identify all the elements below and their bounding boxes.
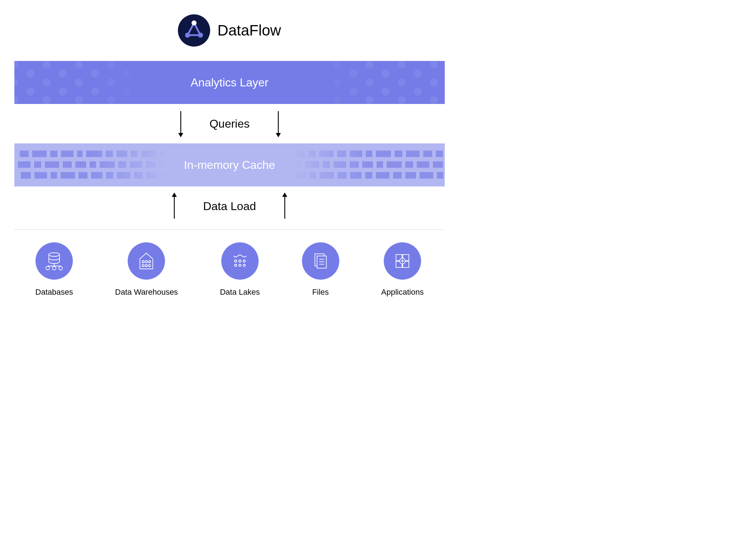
svg-rect-56 [51,172,57,179]
svg-point-90 [145,265,147,267]
svg-rect-69 [350,172,362,179]
svg-point-84 [52,266,56,270]
svg-rect-45 [323,161,330,168]
svg-rect-58 [79,172,88,179]
svg-rect-63 [146,172,157,179]
svg-rect-54 [21,172,31,179]
svg-rect-30 [423,151,432,157]
svg-rect-46 [334,161,346,168]
svg-rect-34 [45,161,59,168]
svg-rect-12 [50,151,57,157]
svg-rect-11 [32,151,47,157]
svg-marker-9 [276,133,281,137]
svg-rect-53 [433,161,443,168]
queries-label: Queries [209,117,250,130]
svg-point-93 [239,260,241,262]
svg-marker-79 [282,193,287,197]
svg-rect-10 [20,151,29,157]
svg-rect-48 [362,161,373,168]
svg-rect-61 [117,172,131,179]
svg-point-96 [239,264,241,266]
svg-marker-7 [178,133,183,137]
svg-marker-77 [172,193,177,197]
diagram-header: DataFlow [178,14,281,47]
svg-rect-19 [142,151,156,157]
svg-rect-15 [86,151,102,157]
source-applications: Applications [381,242,424,297]
svg-rect-17 [117,151,127,157]
architecture-diagram: DataFlow Analytics Layer Queries [14,14,445,297]
datalake-icon [221,242,259,280]
svg-rect-50 [387,161,402,168]
svg-rect-28 [395,151,402,157]
source-warehouses: Data Warehouses [115,242,178,297]
queries-flow: Queries [14,104,445,143]
svg-rect-44 [305,161,319,168]
svg-point-87 [145,261,147,263]
svg-rect-59 [91,172,103,179]
svg-point-95 [235,264,237,266]
svg-rect-47 [350,161,359,168]
svg-rect-75 [437,172,443,179]
source-label: Data Warehouses [115,288,178,297]
arrow-up-icon [281,192,288,220]
data-sources-row: Databases Data Warehouses Data Lakes [14,242,445,297]
svg-point-89 [142,265,144,267]
arrow-up-icon [171,192,178,220]
arrow-down-icon [177,109,184,138]
svg-rect-73 [405,172,416,179]
svg-rect-16 [106,151,113,157]
svg-rect-62 [134,172,143,179]
svg-rect-49 [377,161,383,168]
svg-rect-13 [61,151,74,157]
source-label: Data Lakes [220,288,260,297]
dataload-flow: Data Load [14,186,445,226]
svg-point-94 [243,260,245,262]
analytics-layer-label: Analytics Layer [191,76,269,89]
svg-rect-33 [34,161,41,168]
svg-rect-20 [160,151,169,157]
svg-rect-23 [319,151,334,157]
warehouse-icon [128,242,165,280]
svg-rect-25 [350,151,362,157]
dataload-label: Data Load [203,200,256,213]
svg-rect-72 [393,172,402,179]
svg-rect-64 [161,172,167,179]
svg-rect-29 [406,151,420,157]
svg-rect-37 [90,161,96,168]
svg-rect-70 [365,172,372,179]
cache-layer: In-memory Cache [14,143,445,186]
svg-point-97 [243,264,245,266]
svg-rect-67 [320,172,334,179]
svg-rect-60 [106,172,113,179]
svg-rect-22 [308,151,316,157]
svg-rect-39 [118,161,126,168]
database-icon [36,242,73,280]
svg-rect-43 [292,161,301,168]
svg-rect-57 [61,172,75,179]
source-files: Files [302,242,339,297]
source-label: Applications [381,288,424,297]
svg-rect-41 [146,161,156,168]
svg-point-91 [148,265,151,267]
cache-layer-label: In-memory Cache [184,158,275,172]
diagram-title: DataFlow [217,22,281,39]
svg-point-3 [192,20,197,25]
svg-rect-55 [34,172,47,179]
svg-rect-66 [310,172,316,179]
svg-rect-27 [376,151,391,157]
svg-rect-24 [337,151,346,157]
arrow-down-icon [275,109,282,138]
svg-rect-52 [417,161,429,168]
svg-rect-71 [376,172,389,179]
svg-rect-21 [294,151,305,157]
svg-rect-65 [293,172,306,179]
svg-rect-42 [160,161,167,168]
files-icon [302,242,339,280]
analytics-layer: Analytics Layer [14,61,445,104]
svg-rect-51 [405,161,413,168]
svg-rect-68 [337,172,346,179]
svg-point-5 [198,33,203,38]
dataflow-logo-icon [178,14,210,47]
svg-rect-99 [317,256,326,268]
